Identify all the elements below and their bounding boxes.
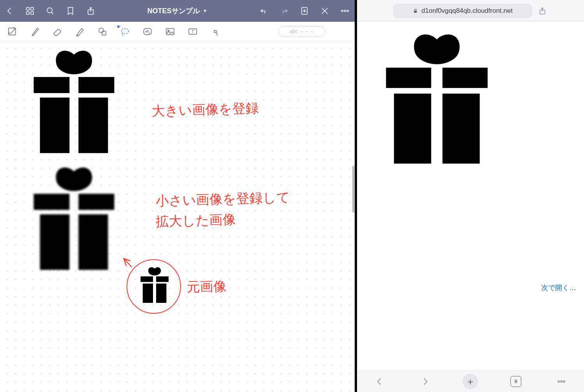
svg-rect-31 xyxy=(34,194,70,210)
textbox-tool[interactable]: T xyxy=(187,26,199,37)
svg-rect-0 xyxy=(26,7,29,10)
svg-point-26 xyxy=(214,30,216,33)
scribble-input[interactable]: abc ～～～ xyxy=(278,26,325,37)
browser-new-tab-button[interactable]: ＋ xyxy=(463,374,478,389)
svg-rect-28 xyxy=(79,77,114,93)
svg-text:T: T xyxy=(192,30,194,34)
search-button[interactable] xyxy=(44,5,56,17)
more-button[interactable] xyxy=(339,5,351,17)
annotation-scaled-line1: 小さい画像を登録して xyxy=(155,187,290,211)
svg-rect-38 xyxy=(156,283,166,303)
svg-point-48 xyxy=(563,381,565,382)
lock-icon xyxy=(413,8,418,14)
app-topbar: NOTESサンプル ▼ xyxy=(0,0,355,22)
shape-tool[interactable] xyxy=(97,26,108,37)
svg-point-4 xyxy=(47,8,52,13)
svg-rect-3 xyxy=(31,12,33,14)
svg-rect-2 xyxy=(26,12,29,14)
svg-rect-45 xyxy=(443,93,480,163)
svg-point-46 xyxy=(558,381,559,382)
svg-rect-33 xyxy=(40,214,70,270)
undo-button[interactable] xyxy=(258,5,270,17)
editor-toolbar: ✱ T abc ～～～ xyxy=(0,22,355,41)
thumbnails-button[interactable] xyxy=(24,5,36,17)
plus-icon: ＋ xyxy=(463,374,478,389)
document-title-text: NOTESサンプル xyxy=(148,6,200,16)
lasso-tool[interactable]: ✱ xyxy=(119,26,131,37)
image-tool[interactable] xyxy=(164,26,176,37)
svg-point-15 xyxy=(347,10,348,12)
svg-rect-27 xyxy=(34,77,70,93)
annotation-circle-tail xyxy=(121,255,136,271)
browser-address-bar: d1onf0vgqq84qb.cloudfront.net xyxy=(357,0,584,22)
browser-more-button[interactable] xyxy=(554,374,569,389)
svg-rect-1 xyxy=(31,7,33,10)
annotation-scaled-line2: 拡大した画像 xyxy=(155,209,236,231)
address-host: d1onf0vgqq84qb.cloudfront.net xyxy=(421,7,512,15)
bookmark-button[interactable] xyxy=(65,5,76,17)
svg-point-14 xyxy=(344,10,346,12)
svg-rect-44 xyxy=(394,93,431,163)
svg-line-5 xyxy=(51,12,53,14)
svg-rect-43 xyxy=(443,68,488,88)
svg-rect-19 xyxy=(102,31,106,35)
browser-forward-button[interactable] xyxy=(417,374,433,389)
svg-rect-29 xyxy=(40,98,70,153)
svg-rect-42 xyxy=(386,68,431,88)
annotation-large-label: 大きい画像を登録 xyxy=(151,98,259,121)
browser-back-button[interactable] xyxy=(372,374,387,389)
chevron-down-icon: ▼ xyxy=(203,8,208,14)
svg-point-18 xyxy=(99,28,104,33)
svg-rect-34 xyxy=(79,214,108,270)
gift-image-browser xyxy=(380,33,493,164)
pen-tool[interactable] xyxy=(29,26,40,37)
canvas-scrollbar-thumb[interactable] xyxy=(352,166,354,213)
stickers-tool[interactable] xyxy=(142,26,153,37)
safari-pane: d1onf0vgqq84qb.cloudfront.net 次で開く… xyxy=(357,0,584,392)
readonly-tool[interactable] xyxy=(6,26,18,37)
gift-image-scaled-blurry[interactable] xyxy=(29,166,119,271)
redo-button[interactable] xyxy=(278,5,290,17)
close-tool-button[interactable] xyxy=(319,5,331,17)
svg-rect-30 xyxy=(79,98,108,153)
pointer-tool[interactable] xyxy=(209,26,221,37)
svg-rect-39 xyxy=(414,11,417,12)
add-page-button[interactable] xyxy=(299,5,310,17)
browser-tabs-button[interactable]: 8 xyxy=(508,374,524,389)
browser-share-button[interactable] xyxy=(537,7,548,15)
svg-point-13 xyxy=(341,10,343,12)
svg-rect-35 xyxy=(141,276,153,282)
svg-rect-21 xyxy=(144,28,151,35)
svg-rect-32 xyxy=(79,194,114,210)
back-button[interactable] xyxy=(4,5,16,17)
browser-bottom-toolbar: ＋ 8 xyxy=(357,370,584,392)
address-field[interactable]: d1onf0vgqq84qb.cloudfront.net xyxy=(393,4,532,18)
note-canvas[interactable]: 大きい画像を登録 小さい画像を登録して 拡大した画像 xyxy=(0,41,355,392)
bluetooth-icon: ✱ xyxy=(117,25,120,29)
svg-rect-37 xyxy=(143,283,153,303)
notes-app-pane: NOTESサンプル ▼ xyxy=(0,0,355,392)
svg-rect-16 xyxy=(9,28,16,35)
open-next-link[interactable]: 次で開く… xyxy=(541,283,576,292)
svg-point-20 xyxy=(121,28,128,34)
scribble-placeholder: abc ～～～ xyxy=(289,28,314,35)
share-button[interactable] xyxy=(85,5,97,17)
tab-count-badge: 8 xyxy=(510,376,521,387)
document-title[interactable]: NOTESサンプル ▼ xyxy=(148,6,208,16)
eraser-tool[interactable] xyxy=(51,26,63,37)
gift-image-original-small[interactable] xyxy=(139,267,170,303)
svg-rect-22 xyxy=(166,28,174,35)
browser-content[interactable]: 次で開く… xyxy=(357,22,584,370)
svg-point-47 xyxy=(561,381,562,382)
svg-rect-36 xyxy=(156,276,169,282)
highlighter-tool[interactable] xyxy=(74,26,86,37)
annotation-original-label: 元画像 xyxy=(186,276,227,297)
gift-image-large[interactable] xyxy=(29,49,119,154)
